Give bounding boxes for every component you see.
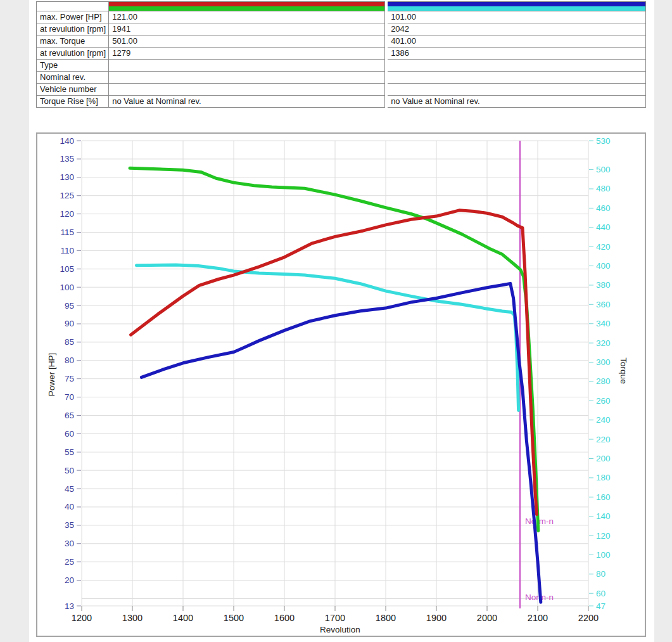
torque-run2-curve [136,265,518,411]
table-row: Type [36,60,646,72]
right-tick-label: 60 [596,589,605,598]
run1-value [109,60,385,72]
run1-value: 121.00 [109,11,385,23]
left-tick-label: 35 [65,520,74,530]
run2-value: 1386 [388,48,646,60]
left-tick-label: 130 [60,172,74,182]
run1-value [109,84,385,96]
table-row: Vehicle number [36,84,646,96]
right-tick-label: 260 [596,396,611,406]
run2-value [388,84,646,96]
right-tick-label: 360 [596,300,611,309]
right-tick-label: 180 [596,473,611,482]
left-tick-label: 65 [65,411,74,420]
run2-value [388,60,646,72]
row-label: at revulution [rpm] [36,48,109,60]
right-axis-title: Torque [619,357,628,383]
right-tick-label: 47 [596,601,605,611]
table-row: at revulution [rpm] 1941 2042 [36,23,646,35]
x-tick-label: 2200 [578,613,599,623]
run1-value: 501.00 [109,35,385,48]
x-tick-label: 2100 [528,613,548,623]
row-label: max. Power [HP] [36,11,109,23]
right-tick-label: 120 [596,531,611,541]
right-tick-label: 160 [596,492,611,502]
table-row: Torque Rise [%] no Value at Nominal rev.… [36,96,646,108]
run2-value: 101.00 [388,11,646,23]
right-tick-label: 320 [596,338,611,348]
run2-value: 401.00 [388,35,646,48]
run2-value: 2042 [388,23,646,35]
left-tick-label: 55 [65,447,74,457]
left-tick-label: 13 [65,601,74,611]
row-label: Nominal rev. [36,72,109,84]
run2-value: no Value at Nominal rev. [388,96,646,108]
run1-value: no Value at Nominal rev. [109,96,385,108]
left-tick-label: 50 [65,466,74,475]
row-label: max. Torque [36,35,109,48]
right-tick-label: 420 [596,242,611,252]
x-tick-label: 1900 [426,613,447,623]
right-tick-label: 460 [596,203,611,213]
dyno-chart: 1200130014001500160017001800190020002100… [37,134,645,636]
table-header-row [36,1,646,11]
right-tick-label: 340 [596,319,611,328]
run2-torque-color-bar [388,6,645,11]
run2-header-cell [388,1,646,11]
left-tick-label: 85 [65,337,74,347]
x-tick-label: 1800 [376,613,396,623]
x-axis-title: Revolution [320,625,360,634]
right-tick-label: 440 [596,222,611,232]
run2-value [388,72,646,84]
left-tick-label: 100 [60,283,74,292]
right-tick-label: 220 [596,435,611,444]
left-tick-label: 70 [65,392,74,402]
left-tick-label: 135 [60,154,74,164]
right-tick-label: 80 [596,569,605,579]
row-label: Type [36,60,109,72]
run1-power-color-bar [109,2,384,6]
run1-header-cell [109,1,385,11]
left-tick-label: 20 [65,575,74,585]
run1-torque-color-bar [109,6,384,11]
torque-run1-curve [130,168,538,530]
left-tick-label: 110 [60,246,74,255]
table-row: at revulution [rpm] 1279 1386 [36,48,646,60]
right-tick-label: 380 [596,280,611,290]
left-tick-label: 45 [65,484,74,494]
run2-power-color-bar [388,2,645,6]
left-tick-label: 125 [60,191,74,200]
right-tick-label: 480 [596,184,611,193]
left-tick-label: 40 [65,502,74,511]
results-table: max. Power [HP] 121.00 101.00 at revulut… [36,1,646,108]
right-tick-label: 200 [596,454,611,463]
right-tick-label: 240 [596,415,611,425]
left-tick-label: 120 [60,209,74,219]
left-tick-label: 90 [65,319,74,328]
left-tick-label: 115 [60,228,74,237]
right-tick-label: 500 [596,165,611,174]
left-axis-title: Power [HP] [47,353,56,396]
x-tick-label: 2000 [477,613,497,623]
row-label: Torque Rise [%] [36,96,109,108]
run1-value: 1279 [109,48,385,60]
row-label: Vehicle number [36,84,109,96]
dyno-chart-panel: 1200130014001500160017001800190020002100… [36,132,646,637]
left-tick-label: 30 [65,539,74,548]
run1-value [109,72,385,84]
x-tick-label: 1700 [325,613,345,623]
left-tick-label: 95 [65,301,74,311]
x-tick-label: 1300 [122,613,143,623]
power-run2-curve [141,283,540,602]
left-tick-label: 105 [60,264,74,274]
x-tick-label: 1200 [72,613,92,623]
right-tick-label: 300 [596,357,611,367]
left-tick-label: 60 [65,429,74,439]
x-tick-label: 1500 [224,613,244,623]
left-tick-label: 140 [60,136,74,146]
row-label: at revulution [rpm] [36,23,109,35]
right-tick-label: 140 [596,511,611,521]
run2-color-bars [388,2,645,11]
x-tick-label: 1400 [173,613,193,623]
left-tick-label: 75 [65,374,74,383]
